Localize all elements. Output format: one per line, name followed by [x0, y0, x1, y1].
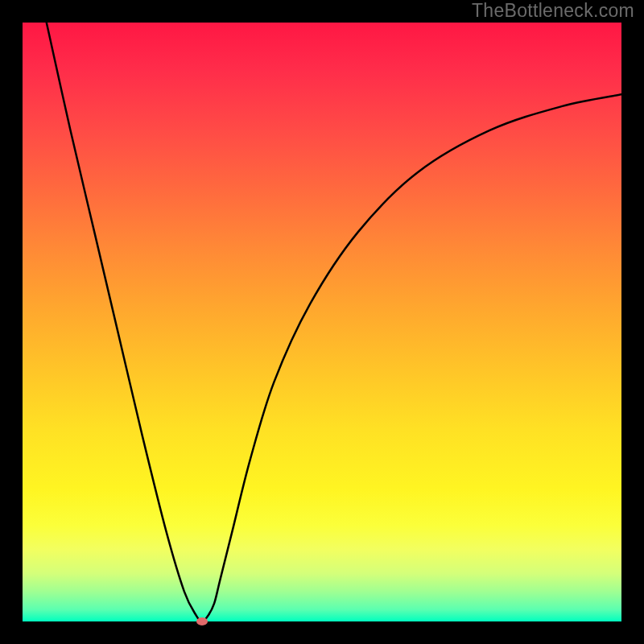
bottleneck-curve-svg	[23, 23, 621, 621]
watermark-text: TheBottleneck.com	[472, 0, 634, 22]
bottleneck-curve-path	[47, 23, 621, 621]
optimal-point-marker	[196, 617, 208, 625]
